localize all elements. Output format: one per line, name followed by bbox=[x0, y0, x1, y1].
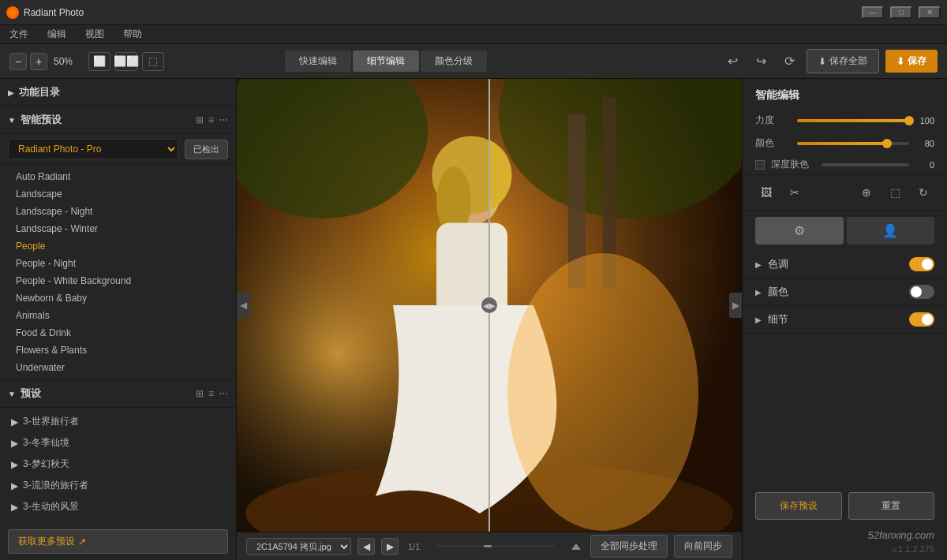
sync-all-button[interactable]: 全部同步处理 bbox=[590, 535, 668, 558]
preset-item-people-night[interactable]: People - Night bbox=[0, 255, 236, 272]
detail-label: 细节 bbox=[768, 312, 788, 327]
tab-color-grade[interactable]: 颜色分级 bbox=[421, 50, 487, 72]
preset-dropdown-select[interactable]: Radiant Photo - Pro bbox=[8, 139, 178, 159]
smart-preset-header[interactable]: ▼ 智能预设 ⊞ ≡ ⋯ bbox=[0, 106, 236, 134]
close-button[interactable]: ✕ bbox=[919, 6, 941, 19]
preset-item-animals[interactable]: Animals bbox=[0, 307, 236, 324]
right-panel-toggle[interactable]: ▶ bbox=[729, 293, 742, 318]
portrait-icon[interactable]: 🖼 bbox=[755, 181, 777, 203]
color-section-row[interactable]: ▶ 颜色 bbox=[743, 278, 947, 306]
adjust-tab-person[interactable]: 👤 bbox=[847, 217, 935, 245]
presets-grid-icon[interactable]: ⊞ bbox=[196, 388, 204, 399]
left-panel-toggle[interactable]: ◀ bbox=[237, 293, 249, 318]
grid-icon[interactable]: ⊞ bbox=[196, 114, 204, 125]
edit-tabs: 快速编辑 细节编辑 颜色分级 bbox=[285, 50, 487, 72]
save-all-icon: ⬇ bbox=[818, 56, 826, 67]
zoom-in-button[interactable]: + bbox=[30, 53, 47, 70]
split-divider[interactable]: ◀▶ bbox=[488, 79, 490, 532]
compare-icon[interactable]: ⬚ bbox=[884, 181, 906, 203]
deep-skin-checkbox[interactable] bbox=[755, 160, 765, 170]
save-all-label: 保存全部 bbox=[829, 54, 867, 68]
nav-next-button[interactable]: ▶ bbox=[381, 538, 399, 555]
tone-toggle[interactable] bbox=[909, 257, 934, 271]
zoom-out-button[interactable]: − bbox=[9, 53, 27, 70]
after-photo-svg bbox=[490, 79, 742, 532]
preset-numbered-1[interactable]: ▶3-世界旅行者 bbox=[0, 411, 236, 432]
smart-preset-list: Auto Radiant Landscape Landscape - Night… bbox=[0, 165, 236, 379]
view-single-button[interactable]: ⬜ bbox=[88, 52, 110, 71]
preset-item-flowers[interactable]: Flowers & Plants bbox=[0, 342, 236, 359]
presets-section-header[interactable]: ▼ 预设 ⊞ ≡ ⋯ bbox=[0, 379, 236, 408]
menu-view[interactable]: 视图 bbox=[82, 26, 107, 43]
menu-help[interactable]: 帮助 bbox=[120, 26, 145, 43]
tab-detail-edit[interactable]: 细节编辑 bbox=[353, 50, 419, 72]
catalog-section-header[interactable]: ▶ 功能目录 bbox=[0, 79, 236, 106]
triangle-icon bbox=[571, 543, 581, 550]
strength-slider-track[interactable] bbox=[797, 119, 909, 122]
view-split-button[interactable]: ⬜⬜ bbox=[115, 52, 137, 71]
preset-item-auto[interactable]: Auto Radiant bbox=[0, 168, 236, 185]
save-all-button[interactable]: ⬇ 保存全部 bbox=[807, 49, 879, 73]
app-icon bbox=[6, 6, 19, 19]
menu-edit[interactable]: 编辑 bbox=[44, 26, 69, 43]
preset-item-people[interactable]: People bbox=[0, 237, 236, 255]
save-preset-button[interactable]: 保存预设 bbox=[755, 492, 842, 520]
adjust-tab-sliders[interactable]: ⚙ bbox=[755, 217, 844, 245]
color-slider-track[interactable] bbox=[797, 142, 909, 145]
redo-button[interactable]: ↪ bbox=[750, 50, 772, 73]
after-image-panel bbox=[490, 79, 742, 532]
deep-skin-value: 0 bbox=[915, 160, 934, 170]
detail-toggle-knob bbox=[922, 314, 933, 325]
preset-item-landscape-winter[interactable]: Landscape - Winter bbox=[0, 220, 236, 237]
bottom-bar: 2C1A5794 拷贝.jpg ◀ ▶ 1/1 全部同步处理 向前同步 bbox=[237, 532, 742, 560]
detail-section-row[interactable]: ▶ 细节 bbox=[743, 306, 947, 334]
title-bar-left: Radiant Photo bbox=[6, 6, 84, 19]
preset-item-landscape[interactable]: Landscape bbox=[0, 185, 236, 203]
tool-icons-row: 🖼 ✂ ⊕ ⬚ ↻ bbox=[743, 174, 947, 211]
tone-arrow-icon: ▶ bbox=[755, 260, 762, 269]
tab-fast-edit[interactable]: 快速编辑 bbox=[285, 50, 351, 72]
preset-item-newborn[interactable]: Newborn & Baby bbox=[0, 289, 236, 307]
reset-button[interactable]: 重置 bbox=[848, 492, 935, 520]
nav-prev-button[interactable]: ◀ bbox=[357, 538, 375, 555]
preset-numbered-3[interactable]: ▶3-梦幻秋天 bbox=[0, 454, 236, 475]
maximize-button[interactable]: □ bbox=[890, 6, 912, 19]
detected-button[interactable]: 已检出 bbox=[185, 140, 228, 159]
preset-numbered-2[interactable]: ▶3-冬季仙境 bbox=[0, 432, 236, 454]
preset-item-people-white[interactable]: People - White Background bbox=[0, 272, 236, 289]
save-button[interactable]: ⬇ 保存 bbox=[885, 50, 938, 73]
split-handle-circle[interactable]: ◀▶ bbox=[481, 297, 497, 313]
preset-item-food[interactable]: Food & Drink bbox=[0, 324, 236, 342]
strength-slider-row: 力度 100 bbox=[743, 109, 947, 132]
preset-numbered-6[interactable]: ▶4-专业工具箱 bbox=[0, 517, 236, 523]
presets-list-icon[interactable]: ≡ bbox=[208, 388, 214, 399]
toolbar-right: ↩ ↪ ⟳ ⬇ 保存全部 ⬇ 保存 bbox=[721, 49, 938, 73]
deep-skin-slider[interactable] bbox=[822, 163, 909, 166]
preset-numbered-5[interactable]: ▶3-生动的风景 bbox=[0, 496, 236, 517]
color-slider-thumb[interactable] bbox=[882, 139, 892, 148]
view-compare-button[interactable]: ⬚ bbox=[142, 52, 164, 71]
minimize-button[interactable]: — bbox=[862, 6, 884, 19]
crop-icon[interactable]: ✂ bbox=[784, 181, 806, 203]
presets-more-icon[interactable]: ⋯ bbox=[219, 388, 228, 399]
preset-item-underwater[interactable]: Underwater bbox=[0, 359, 236, 376]
sync-forward-button[interactable]: 向前同步 bbox=[674, 535, 732, 558]
file-selector[interactable]: 2C1A5794 拷贝.jpg bbox=[246, 538, 351, 555]
mask-icon[interactable]: ⊕ bbox=[855, 181, 878, 203]
rotate-icon[interactable]: ↻ bbox=[912, 181, 934, 203]
strength-slider-thumb[interactable] bbox=[904, 116, 914, 125]
split-view: ◀▶ bbox=[237, 79, 742, 532]
color-toggle[interactable] bbox=[909, 285, 934, 299]
undo-button[interactable]: ↩ bbox=[721, 50, 743, 73]
get-more-presets-button[interactable]: 获取更多预设 ↗ bbox=[8, 529, 228, 554]
detail-toggle[interactable] bbox=[909, 312, 934, 327]
app-title: Radiant Photo bbox=[24, 7, 84, 18]
list-icon[interactable]: ≡ bbox=[208, 114, 214, 125]
tone-section-row[interactable]: ▶ 色调 bbox=[743, 251, 947, 278]
preset-item-landscape-night[interactable]: Landscape - Night bbox=[0, 203, 236, 220]
menu-file[interactable]: 文件 bbox=[6, 26, 32, 43]
refresh-button[interactable]: ⟳ bbox=[778, 50, 800, 73]
preset-numbered-4[interactable]: ▶3-流浪的旅行者 bbox=[0, 475, 236, 496]
strength-value: 100 bbox=[915, 116, 934, 125]
more-icon[interactable]: ⋯ bbox=[219, 114, 228, 125]
